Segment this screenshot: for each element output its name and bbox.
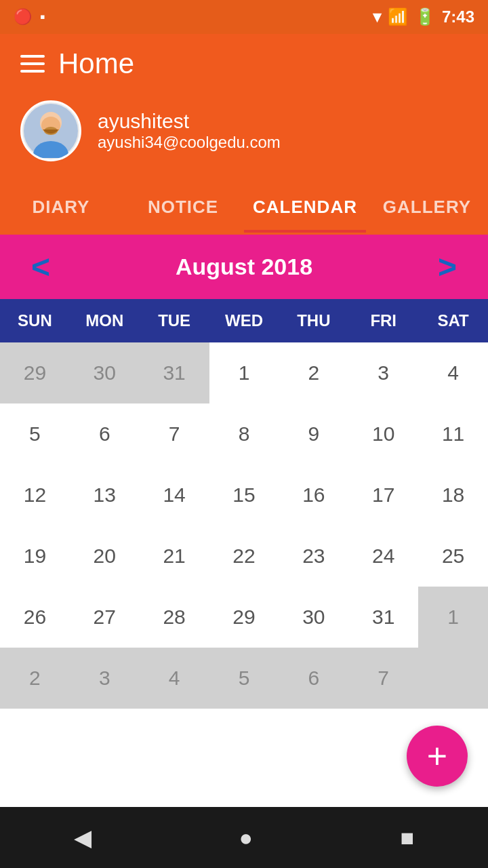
add-event-button[interactable]: + bbox=[407, 726, 468, 787]
calendar-day[interactable]: 23 bbox=[279, 526, 348, 587]
calendar-day[interactable]: 4 bbox=[418, 342, 488, 403]
calendar-day[interactable]: 26 bbox=[0, 587, 70, 648]
prev-month-button[interactable]: < bbox=[20, 248, 61, 285]
time: 7:43 bbox=[442, 7, 474, 26]
calendar-day[interactable]: 1 bbox=[418, 587, 488, 648]
day-sat: SAT bbox=[418, 299, 488, 342]
bottom-navigation: ◀ ● ■ bbox=[0, 807, 488, 868]
user-name: ayushitest bbox=[98, 110, 281, 133]
calendar-day[interactable]: 31 bbox=[140, 342, 209, 403]
header: Home bbox=[0, 34, 488, 94]
calendar-day[interactable]: 16 bbox=[279, 465, 348, 526]
calendar-day[interactable]: 21 bbox=[140, 526, 209, 587]
calendar-day[interactable]: 19 bbox=[0, 526, 70, 587]
signal-icon: 🔴 bbox=[14, 8, 32, 26]
calendar-day[interactable]: 15 bbox=[209, 465, 279, 526]
status-bar: 🔴 ▪ ▾ 📶 🔋 7:43 bbox=[0, 0, 488, 34]
calendar-day[interactable]: 30 bbox=[70, 342, 140, 403]
battery-icon: 🔋 bbox=[415, 7, 435, 26]
calendar-day[interactable]: 6 bbox=[70, 403, 140, 465]
calendar-day[interactable]: 30 bbox=[279, 587, 348, 648]
calendar-day[interactable]: 3 bbox=[70, 648, 140, 709]
tab-diary[interactable]: DIARY bbox=[0, 182, 122, 233]
avatar bbox=[20, 100, 81, 161]
calendar-day[interactable]: 28 bbox=[140, 587, 209, 648]
calendar-day[interactable]: 7 bbox=[348, 648, 418, 709]
calendar-day[interactable]: 18 bbox=[418, 465, 488, 526]
calendar-day[interactable]: 22 bbox=[209, 526, 279, 587]
hamburger-menu[interactable] bbox=[20, 55, 45, 73]
status-right: ▾ 📶 🔋 7:43 bbox=[373, 7, 474, 26]
tabs: DIARY NOTICE CALENDAR GALLERY bbox=[0, 182, 488, 235]
next-month-button[interactable]: > bbox=[427, 248, 468, 285]
user-info: ayushitest ayushi34@coolgedu.com bbox=[0, 94, 488, 182]
calendar-day[interactable]: 7 bbox=[140, 403, 209, 465]
calendar-day[interactable]: 4 bbox=[140, 648, 209, 709]
day-thu: THU bbox=[279, 299, 348, 342]
calendar-day[interactable]: 24 bbox=[348, 526, 418, 587]
user-text: ayushitest ayushi34@coolgedu.com bbox=[98, 110, 281, 152]
recent-button[interactable]: ■ bbox=[401, 825, 415, 851]
calendar-day[interactable]: 8 bbox=[209, 403, 279, 465]
calendar-day[interactable]: 3 bbox=[348, 342, 418, 403]
day-fri: FRI bbox=[348, 299, 418, 342]
calendar-day[interactable]: 29 bbox=[209, 587, 279, 648]
calendar-day[interactable]: 11 bbox=[418, 403, 488, 465]
calendar-day[interactable]: 5 bbox=[209, 648, 279, 709]
tab-gallery[interactable]: GALLERY bbox=[366, 182, 488, 233]
user-email: ayushi34@coolgedu.com bbox=[98, 133, 281, 152]
calendar-day[interactable]: 29 bbox=[0, 342, 70, 403]
calendar-day[interactable]: 2 bbox=[0, 648, 70, 709]
calendar-day[interactable] bbox=[418, 648, 488, 709]
wifi-icon: ▾ bbox=[373, 7, 381, 26]
calendar-day[interactable]: 9 bbox=[279, 403, 348, 465]
calendar-day[interactable]: 1 bbox=[209, 342, 279, 403]
calendar-day[interactable]: 27 bbox=[70, 587, 140, 648]
day-wed: WED bbox=[209, 299, 279, 342]
calendar-day[interactable]: 12 bbox=[0, 465, 70, 526]
calendar-day[interactable]: 13 bbox=[70, 465, 140, 526]
status-icons: 🔴 ▪ bbox=[14, 8, 45, 26]
back-button[interactable]: ◀ bbox=[74, 824, 92, 851]
sd-icon: ▪ bbox=[40, 8, 45, 26]
day-sun: SUN bbox=[0, 299, 70, 342]
day-tue: TUE bbox=[140, 299, 209, 342]
calendar-day[interactable]: 20 bbox=[70, 526, 140, 587]
signal-bars-icon: 📶 bbox=[388, 7, 408, 26]
calendar-day[interactable]: 10 bbox=[348, 403, 418, 465]
calendar-day[interactable]: 14 bbox=[140, 465, 209, 526]
calendar-header: < August 2018 > bbox=[0, 235, 488, 299]
calendar-day[interactable]: 31 bbox=[348, 587, 418, 648]
calendar-day[interactable]: 2 bbox=[279, 342, 348, 403]
calendar-day[interactable]: 17 bbox=[348, 465, 418, 526]
calendar-day[interactable]: 25 bbox=[418, 526, 488, 587]
days-header: SUN MON TUE WED THU FRI SAT bbox=[0, 299, 488, 342]
calendar-day[interactable]: 5 bbox=[0, 403, 70, 465]
month-year-label: August 2018 bbox=[176, 254, 312, 280]
calendar-day[interactable]: 6 bbox=[279, 648, 348, 709]
tab-notice[interactable]: NOTICE bbox=[122, 182, 244, 233]
tab-calendar[interactable]: CALENDAR bbox=[244, 182, 366, 233]
day-mon: MON bbox=[70, 299, 140, 342]
calendar-grid: 2930311234567891011121314151617181920212… bbox=[0, 342, 488, 709]
page-title: Home bbox=[58, 47, 134, 80]
home-button[interactable]: ● bbox=[239, 825, 253, 851]
